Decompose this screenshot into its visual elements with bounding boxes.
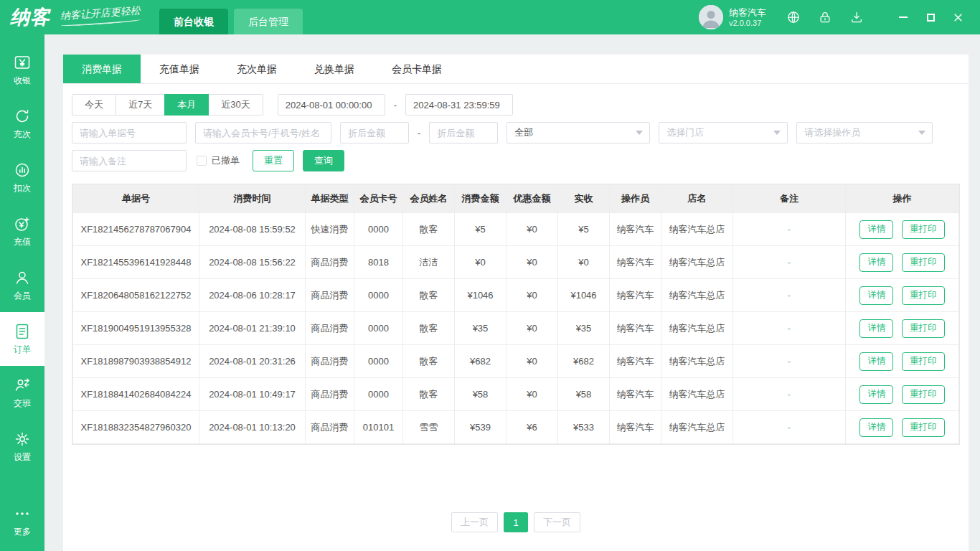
detail-button[interactable]: 详情: [859, 352, 893, 371]
cell-discount: ¥0: [507, 378, 558, 411]
doc-tab[interactable]: 充次单据: [218, 55, 296, 83]
sidebar-item-orders[interactable]: 订单: [0, 312, 44, 366]
quick-range-button[interactable]: 本月: [164, 94, 209, 116]
doc-tab[interactable]: 消费单据: [63, 55, 141, 83]
cell-order-no: XF1818987903938854912: [73, 345, 199, 378]
maximize-icon: [927, 14, 935, 22]
detail-button[interactable]: 详情: [859, 286, 893, 305]
order-type-select[interactable]: 全部: [507, 122, 650, 143]
cell-card-no: 8018: [354, 246, 403, 279]
minimize-button[interactable]: [890, 6, 917, 29]
cell-remark: -: [733, 279, 846, 312]
sidebar-item-deduct-times[interactable]: 扣次: [0, 151, 44, 204]
sidebar-item-shift[interactable]: 交班: [0, 366, 44, 420]
minimize-icon: [899, 17, 908, 18]
start-datetime-input[interactable]: [278, 94, 385, 116]
prev-page-button[interactable]: 上一页: [451, 512, 498, 532]
doc-tab[interactable]: 兑换单据: [296, 55, 373, 83]
reprint-button[interactable]: 重打印: [902, 352, 945, 371]
doc-tab[interactable]: 会员卡单据: [373, 55, 461, 83]
maximize-button[interactable]: [917, 6, 944, 29]
avatar: [699, 5, 723, 29]
member-icon: [13, 268, 32, 287]
download-icon[interactable]: [849, 10, 864, 24]
cell-card-no: 0000: [354, 213, 403, 246]
amount-max-input[interactable]: [429, 122, 498, 143]
sidebar-item-cashier[interactable]: 收银: [0, 43, 44, 97]
sidebar-item-more[interactable]: 更多: [0, 494, 44, 548]
globe-icon[interactable]: [786, 10, 801, 24]
doc-tab[interactable]: 充值单据: [141, 55, 218, 83]
topbar-right: 纳客汽车 v2.0.0.37: [699, 5, 971, 29]
sidebar-item-members[interactable]: 会员: [0, 258, 44, 312]
operator-select[interactable]: 请选择操作员: [796, 122, 933, 143]
more-icon: [13, 504, 32, 523]
quick-range-button[interactable]: 近30天: [208, 94, 263, 116]
reset-button[interactable]: 重置: [253, 150, 294, 171]
column-header: 操作: [846, 185, 959, 213]
reprint-button[interactable]: 重打印: [902, 286, 945, 305]
filter-row-dates: 今天近7天本月近30天 -: [72, 94, 960, 116]
cell-store: 纳客汽车总店: [661, 378, 733, 411]
reprint-button[interactable]: 重打印: [902, 319, 945, 338]
tab-front-cashier[interactable]: 前台收银: [159, 9, 228, 34]
cell-discount: ¥0: [507, 312, 558, 345]
column-header: 会员姓名: [403, 185, 455, 213]
cell-remark: -: [733, 312, 846, 345]
table-row: XF1820648058162122752 2024-08-06 10:28:1…: [73, 279, 959, 312]
account-info[interactable]: 纳客汽车 v2.0.0.37: [699, 5, 766, 29]
sidebar-item-recharge[interactable]: 充值: [0, 204, 44, 258]
cell-card-no: 0000: [354, 312, 403, 345]
store-select[interactable]: 选择门店: [659, 122, 788, 143]
cell-amount: ¥0: [455, 246, 507, 279]
cell-order-no: XF1819004951913955328: [73, 312, 199, 345]
detail-button[interactable]: 详情: [859, 385, 893, 404]
remark-input[interactable]: [72, 150, 187, 171]
revoked-filter[interactable]: 已撤单: [197, 154, 240, 167]
member-search-input[interactable]: [195, 122, 331, 143]
cell-card-no: 0000: [354, 279, 403, 312]
reprint-button[interactable]: 重打印: [902, 253, 945, 272]
orders-table: 单据号消费时间单据类型会员卡号会员姓名消费金额优惠金额实收操作员店名备注操作 X…: [72, 184, 960, 445]
end-datetime-input[interactable]: [405, 94, 513, 116]
cell-operator: 纳客汽车: [610, 246, 661, 279]
tab-backend-admin[interactable]: 后台管理: [234, 9, 303, 34]
cell-member-name: 散客: [403, 378, 455, 411]
cell-paid: ¥35: [558, 312, 610, 345]
cell-store: 纳客汽车总店: [661, 345, 733, 378]
cell-card-no: 0000: [354, 378, 403, 411]
cell-discount: ¥0: [507, 345, 558, 378]
quick-range-button[interactable]: 近7天: [116, 94, 165, 116]
cell-discount: ¥0: [507, 279, 558, 312]
reprint-button[interactable]: 重打印: [902, 220, 945, 239]
cell-paid: ¥58: [558, 378, 610, 411]
next-page-button[interactable]: 下一页: [534, 512, 580, 532]
order-no-input[interactable]: [72, 122, 187, 143]
quick-range-button[interactable]: 今天: [72, 94, 116, 116]
deduct-times-icon: [13, 161, 32, 179]
cell-time: 2024-08-08 15:56:22: [199, 246, 306, 279]
sidebar-item-recharge-times[interactable]: 充次: [0, 97, 44, 151]
pagination: 上一页 1 下一页: [63, 512, 969, 551]
detail-button[interactable]: 详情: [859, 418, 893, 437]
cell-discount: ¥0: [507, 213, 558, 246]
detail-button[interactable]: 详情: [859, 253, 893, 272]
filters: 今天近7天本月近30天 - - 全部: [63, 84, 969, 178]
revoked-checkbox[interactable]: [197, 156, 207, 166]
current-page-button[interactable]: 1: [504, 512, 528, 532]
amount-min-input[interactable]: [340, 122, 409, 143]
detail-button[interactable]: 详情: [859, 220, 893, 239]
close-button[interactable]: [944, 6, 971, 29]
cell-store: 纳客汽车总店: [661, 279, 733, 312]
cell-actions: 详情 重打印: [846, 411, 959, 444]
reprint-button[interactable]: 重打印: [902, 418, 945, 437]
cashier-icon: [13, 53, 32, 72]
lock-icon[interactable]: [818, 10, 832, 24]
detail-button[interactable]: 详情: [859, 319, 893, 338]
query-button[interactable]: 查询: [303, 150, 344, 171]
cell-order-no: XF1821456278787067904: [73, 213, 199, 246]
sidebar-item-settings[interactable]: 设置: [0, 420, 44, 474]
table-header-row: 单据号消费时间单据类型会员卡号会员姓名消费金额优惠金额实收操作员店名备注操作: [73, 185, 959, 213]
reprint-button[interactable]: 重打印: [902, 385, 945, 404]
cell-time: 2024-08-06 10:28:17: [199, 279, 306, 312]
